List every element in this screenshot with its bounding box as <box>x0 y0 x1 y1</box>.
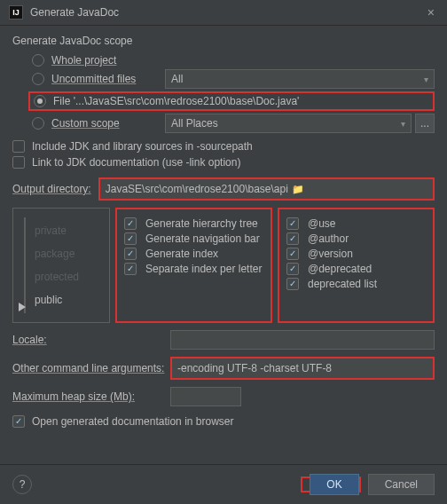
uncommitted-select[interactable]: All <box>165 69 435 89</box>
generate-options: Generate hierarchy tree Generate navigat… <box>115 208 272 323</box>
label-locale: Locale: <box>12 334 170 346</box>
label-deprecated-list: deprecated list <box>308 278 377 290</box>
custom-scope-select[interactable]: All Places <box>165 114 412 133</box>
label-args: Other command line arguments: <box>12 362 170 374</box>
vis-protected: protected <box>35 271 102 283</box>
folder-icon[interactable]: 📁 <box>292 184 304 195</box>
label-include-jdk: Include JDK and library sources in -sour… <box>32 140 253 153</box>
close-icon[interactable]: × <box>424 5 438 20</box>
check-version[interactable] <box>286 248 299 260</box>
label-heap: Maximum heap size (Mb): <box>12 390 170 403</box>
label-navbar: Generate navigation bar <box>145 232 260 245</box>
radio-custom-scope[interactable] <box>32 117 44 130</box>
label-version: @version <box>308 248 353 260</box>
label-hierarchy: Generate hierarchy tree <box>145 217 258 230</box>
check-open-browser[interactable] <box>12 415 25 428</box>
vis-private: private <box>35 224 102 237</box>
label-index: Generate index <box>145 248 218 260</box>
check-include-jdk[interactable] <box>12 140 25 153</box>
ok-button[interactable]: OK <box>310 474 358 495</box>
check-hierarchy[interactable] <box>124 217 137 230</box>
label-whole-project: Whole project <box>51 54 116 67</box>
radio-uncommitted[interactable] <box>32 73 44 85</box>
check-separate-index[interactable] <box>124 263 137 275</box>
visibility-slider[interactable]: private package protected public <box>12 208 110 323</box>
label-uncommitted: Uncommitted files <box>51 73 136 85</box>
intellij-icon: IJ <box>9 5 23 20</box>
scope-heading: Generate JavaDoc scope <box>12 35 435 47</box>
heap-input[interactable] <box>170 387 241 406</box>
label-link-jdk: Link to JDK documentation (use -link opt… <box>32 156 240 169</box>
label-deprecated: @deprecated <box>308 263 372 275</box>
radio-file[interactable] <box>34 95 46 107</box>
dialog-footer: ? OK Cancel <box>0 464 447 504</box>
dialog-title: Generate JavaDoc <box>30 6 424 19</box>
check-deprecated-list[interactable] <box>286 278 299 290</box>
titlebar: IJ Generate JavaDoc × <box>0 0 447 26</box>
label-use: @use <box>308 217 336 230</box>
dialog-content: Generate JavaDoc scope Whole project Unc… <box>0 26 447 440</box>
slider-track <box>24 217 26 313</box>
label-separate-index: Separate index per letter <box>145 263 262 275</box>
check-navbar[interactable] <box>124 232 137 245</box>
tag-options: @use @author @version @deprecated deprec… <box>278 208 435 323</box>
cancel-button[interactable]: Cancel <box>368 474 435 495</box>
output-dir-value: JavaSE\src\com\redrose2100\base\api <box>106 183 288 195</box>
output-dir-input[interactable]: JavaSE\src\com\redrose2100\base\api 📁 <box>100 179 433 199</box>
help-button[interactable]: ? <box>12 475 32 494</box>
slider-thumb[interactable] <box>19 303 26 311</box>
radio-whole-project[interactable] <box>32 54 44 67</box>
custom-scope-browse[interactable]: ... <box>415 114 435 133</box>
label-open-browser: Open generated documentation in browser <box>32 415 233 428</box>
args-input[interactable]: -encoding UTF-8 -charset UTF-8 <box>172 358 433 378</box>
check-index[interactable] <box>124 248 137 260</box>
label-file: File '...\JavaSE\src\com\redrose2100\bas… <box>53 95 299 107</box>
label-output-dir: Output directory: <box>12 183 91 195</box>
vis-package: package <box>35 248 102 260</box>
label-author: @author <box>308 232 349 245</box>
check-use[interactable] <box>286 217 299 230</box>
locale-input[interactable] <box>170 330 435 350</box>
check-link-jdk[interactable] <box>12 156 25 169</box>
check-author[interactable] <box>286 232 299 245</box>
vis-public: public <box>35 294 102 306</box>
check-deprecated[interactable] <box>286 263 299 275</box>
label-custom-scope: Custom scope <box>51 117 120 130</box>
